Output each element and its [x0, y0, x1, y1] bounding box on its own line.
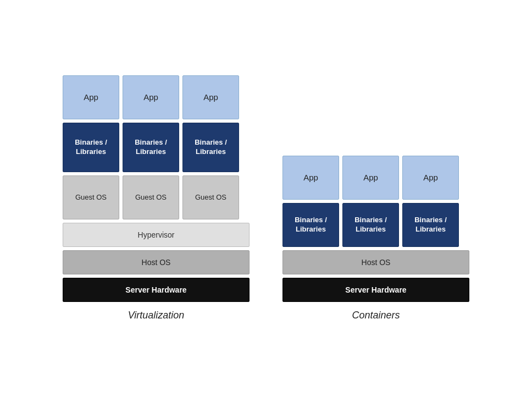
- cont-label: Containers: [352, 310, 400, 321]
- virt-hostos-bar: Host OS: [63, 250, 250, 274]
- virtualization-diagram: App App App Binaries /Libraries Binaries…: [63, 75, 250, 321]
- cont-bin-2: Binaries /Libraries: [342, 203, 399, 247]
- virt-guestos-row: Guest OS Guest OS Guest OS: [63, 175, 250, 219]
- virt-bin-2: Binaries /Libraries: [123, 123, 179, 172]
- virt-hypervisor-bar: Hypervisor: [63, 223, 250, 247]
- containers-diagram: App App App Binaries /Libraries Binaries…: [282, 156, 469, 321]
- virt-guest-3: Guest OS: [182, 175, 239, 219]
- virt-binaries-row: Binaries /Libraries Binaries /Libraries …: [63, 123, 250, 172]
- cont-hostos-bar: Host OS: [282, 250, 469, 274]
- cont-stack: App App App Binaries /Libraries Binaries…: [282, 156, 469, 302]
- cont-bin-3: Binaries /Libraries: [402, 203, 459, 247]
- virt-app-1: App: [63, 75, 119, 119]
- cont-app-1: App: [282, 156, 339, 200]
- virt-stack: App App App Binaries /Libraries Binaries…: [63, 75, 250, 302]
- virt-apps-row: App App App: [63, 75, 250, 119]
- cont-app-3: App: [402, 156, 459, 200]
- cont-apps-row: App App App: [282, 156, 469, 200]
- virt-hardware-bar: Server Hardware: [63, 278, 250, 302]
- virt-bin-3: Binaries /Libraries: [182, 123, 239, 172]
- cont-app-2: App: [342, 156, 399, 200]
- cont-hardware-bar: Server Hardware: [282, 278, 469, 302]
- virt-guest-1: Guest OS: [63, 175, 119, 219]
- virt-bin-1: Binaries /Libraries: [63, 123, 119, 172]
- virt-guest-2: Guest OS: [123, 175, 179, 219]
- virt-app-3: App: [182, 75, 239, 119]
- virt-label: Virtualization: [128, 310, 185, 321]
- cont-bin-1: Binaries /Libraries: [282, 203, 339, 247]
- cont-binaries-row: Binaries /Libraries Binaries /Libraries …: [282, 203, 469, 247]
- diagrams-container: App App App Binaries /Libraries Binaries…: [63, 75, 469, 321]
- virt-app-2: App: [123, 75, 179, 119]
